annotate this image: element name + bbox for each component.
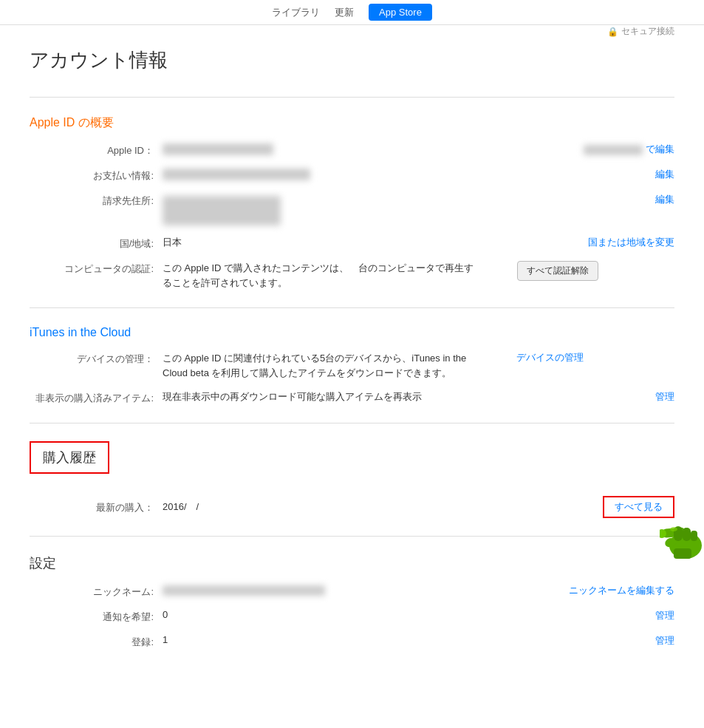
notify-action[interactable]: 管理 <box>571 609 674 622</box>
nav-library[interactable]: ライブラリ <box>272 6 320 19</box>
register-row: 登録: 1 管理 <box>30 634 674 649</box>
notify-value: 0 <box>163 609 571 620</box>
devices-label: デバイスの管理： <box>30 351 163 366</box>
hidden-text: 現在非表示中の再ダウンロード可能な購入アイテムを再表示 <box>163 390 571 404</box>
register-value: 1 <box>163 634 571 645</box>
nickname-edit[interactable]: ニックネームを編集する <box>569 584 674 597</box>
see-all-action: すべて見る <box>571 496 674 518</box>
apple-id-value <box>163 143 571 155</box>
auth-text: この Apple ID で購入されたコンテンツは、 台のコンピュータで再生するこ… <box>163 261 480 290</box>
divider-4 <box>30 536 674 537</box>
apple-id-edit[interactable]: で編集 <box>571 143 674 156</box>
devices-action[interactable]: デバイスの管理 <box>480 351 584 364</box>
hand-cursor-icon <box>660 503 704 559</box>
country-row: 国/地域: 日本 国または地域を変更 <box>30 236 674 251</box>
country-change[interactable]: 国または地域を変更 <box>571 236 674 249</box>
auth-row: コンピュータの認証: この Apple ID で購入されたコンテンツは、 台のコ… <box>30 261 674 290</box>
svg-rect-6 <box>691 531 697 541</box>
billing-row: 請求先住所: 編集 <box>30 193 674 225</box>
page-title: アカウント情報 <box>30 47 168 73</box>
devices-row: デバイスの管理： この Apple ID に関連付けられている5台のデバイスから… <box>30 351 674 380</box>
svg-rect-7 <box>674 548 691 559</box>
divider-2 <box>30 307 674 308</box>
latest-purchase-label: 最新の購入： <box>30 500 163 514</box>
nickname-blurred <box>163 585 325 596</box>
payment-value <box>163 168 571 180</box>
itunes-cloud-title: iTunes in the Cloud <box>30 326 674 339</box>
apple-id-section: Apple ID の概要 Apple ID： で編集 お支払い情報: 編集 請求… <box>30 115 674 290</box>
nickname-value <box>163 584 569 596</box>
register-action[interactable]: 管理 <box>571 634 674 647</box>
top-nav: ライブラリ 更新 App Store <box>0 0 704 25</box>
itunes-cloud-section: iTunes in the Cloud デバイスの管理： この Apple ID… <box>30 326 674 405</box>
secure-text: セキュア接続 <box>621 25 674 38</box>
billing-blurred <box>163 196 281 225</box>
payment-edit[interactable]: 編集 <box>571 168 674 181</box>
cursor-hand <box>660 503 704 561</box>
hidden-row: 非表示の購入済みアイテム: 現在非表示中の再ダウンロード可能な購入アイテムを再表… <box>30 390 674 405</box>
country-label: 国/地域: <box>30 236 163 251</box>
nickname-row: ニックネーム: ニックネームを編集する <box>30 584 674 599</box>
divider-top <box>30 97 674 98</box>
notify-row: 通知を希望: 0 管理 <box>30 609 674 624</box>
register-label: 登録: <box>30 634 163 649</box>
nav-update[interactable]: 更新 <box>335 6 354 19</box>
apple-id-label: Apple ID： <box>30 143 163 157</box>
settings-section: 設定 ニックネーム: ニックネームを編集する 通知を希望: 0 管理 登録: 1… <box>30 554 674 649</box>
purchase-history-title: 購入履歴 <box>43 450 96 465</box>
billing-edit[interactable]: 編集 <box>571 193 674 206</box>
lock-icon: 🔒 <box>607 27 618 37</box>
nav-appstore[interactable]: App Store <box>369 4 432 21</box>
auth-label: コンピュータの認証: <box>30 261 163 276</box>
payment-label: お支払い情報: <box>30 168 163 183</box>
apple-id-row: Apple ID： で編集 <box>30 143 674 157</box>
settings-title: 設定 <box>30 554 674 572</box>
nickname-label: ニックネーム: <box>30 584 163 599</box>
country-value: 日本 <box>163 236 571 249</box>
divider-3 <box>30 423 674 423</box>
billing-value <box>163 193 571 225</box>
purchase-latest-row: 最新の購入： 2016/ / すべて見る <box>30 496 674 518</box>
svg-rect-5 <box>683 528 691 541</box>
apple-id-blurred <box>163 143 273 155</box>
payment-row: お支払い情報: 編集 <box>30 168 674 183</box>
notify-label: 通知を希望: <box>30 609 163 624</box>
auth-action: すべて認証解除 <box>480 261 598 281</box>
apple-id-edit-blurred <box>584 145 643 155</box>
svg-point-8 <box>670 527 677 531</box>
hidden-action[interactable]: 管理 <box>571 390 674 404</box>
payment-blurred <box>163 169 310 180</box>
purchase-history-section: 購入履歴 最新の購入： 2016/ / すべて見る <box>30 441 674 518</box>
main-content: アカウント情報 🔒 セキュア接続 Apple ID の概要 Apple ID： … <box>0 25 704 728</box>
secure-connection: 🔒 セキュア接続 <box>607 25 674 38</box>
latest-purchase-value: 2016/ / <box>163 500 571 514</box>
billing-label: 請求先住所: <box>30 193 163 208</box>
devices-text: この Apple ID に関連付けられている5台のデバイスから、iTunes i… <box>163 351 480 380</box>
purchase-history-box: 購入履歴 <box>30 441 109 474</box>
hidden-label: 非表示の購入済みアイテム: <box>30 390 163 405</box>
apple-id-edit-label[interactable]: で編集 <box>646 143 674 154</box>
deauth-button[interactable]: すべて認証解除 <box>517 261 598 281</box>
apple-id-section-title: Apple ID の概要 <box>30 115 674 131</box>
